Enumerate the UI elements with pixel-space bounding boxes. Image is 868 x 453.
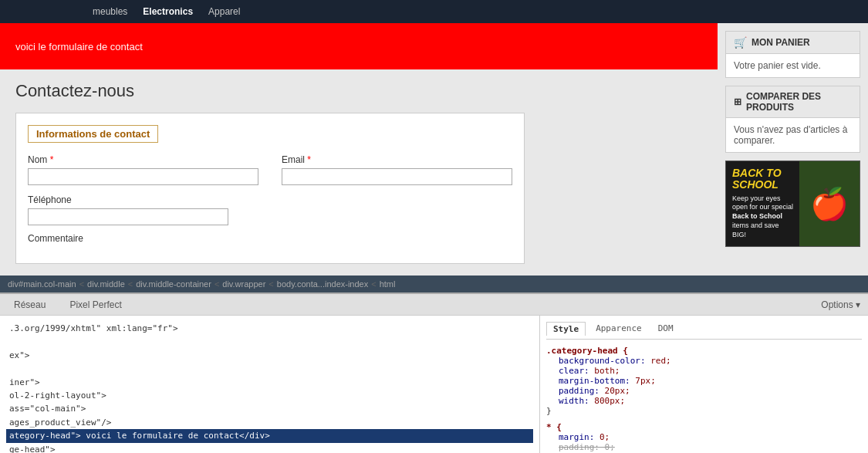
html-line-1	[6, 335, 533, 348]
style-tab-style[interactable]: Style	[546, 322, 586, 336]
style-panel: Style Apparence DOM .category-head { bac…	[540, 316, 868, 453]
css-prop-width: width: 800px;	[546, 396, 862, 406]
compare-icon: ⊞	[734, 96, 741, 107]
bts-right: 🍎	[799, 161, 860, 246]
form-group-email: Email *	[282, 154, 512, 185]
css-prop-clear: clear: both;	[546, 366, 862, 376]
html-line-8[interactable]: ategory-head"> voici le formulaire de co…	[6, 429, 533, 442]
breadcrumb-item-1[interactable]: div.middle	[87, 279, 125, 289]
css-rule-category-head: .category-head { background-color: red; …	[546, 346, 862, 416]
devtools-tab-pixel-perfect[interactable]: Pixel Perfect	[63, 296, 127, 313]
bts-title: BACK TO SCHOOL	[732, 167, 793, 191]
html-line-3	[6, 362, 533, 375]
cart-box: 🛒 MON PANIER Votre panier est vide.	[725, 31, 860, 78]
css-rule-star: * { margin: 0; padding: 0; }	[546, 422, 862, 453]
cart-title: MON PANIER	[751, 37, 810, 48]
html-line-0: .3.org/1999/xhtml" xml:lang="fr">	[6, 322, 533, 335]
red-banner-text: voici le formulaire de contact	[15, 41, 143, 52]
breadcrumb-bar: div#main.col-main < div.middle < div.mid…	[0, 276, 868, 292]
css-selector-0: .category-head {	[546, 346, 628, 356]
center-content: voici le formulaire de contact Contactez…	[0, 23, 718, 276]
nom-required-star: *	[47, 154, 53, 165]
css-brace-close-0: }	[546, 406, 552, 416]
html-line-2: ex">	[6, 349, 533, 362]
nom-input[interactable]	[28, 168, 258, 185]
html-line-5: ol-2-right-layout">	[6, 389, 533, 402]
nav-apparel[interactable]: Apparel	[208, 6, 240, 17]
form-group-nom: Nom *	[28, 154, 258, 185]
html-line-4: iner">	[6, 376, 533, 389]
html-panel: .3.org/1999/xhtml" xml:lang="fr"> ex"> i…	[0, 316, 540, 453]
devtools-panel: Réseau Pixel Perfect Options ▾ .3.org/19…	[0, 292, 868, 453]
compare-box-header: ⊞ COMPARER DES PRODUITS	[726, 86, 860, 118]
breadcrumb-item-4[interactable]: body.conta...index-index	[277, 279, 368, 289]
css-prop-margin: margin: 0;	[546, 432, 862, 442]
right-sidebar: 🛒 MON PANIER Votre panier est vide. ⊞ CO…	[718, 23, 868, 276]
red-banner: voici le formulaire de contact	[0, 23, 718, 69]
style-tab-apparence[interactable]: Apparence	[589, 322, 648, 336]
breadcrumb-sep-0: <	[79, 279, 84, 289]
form-group-commentaire: Commentaire	[28, 233, 512, 244]
top-navigation: meubles Electronics Apparel	[0, 0, 868, 23]
form-group-telephone: Téléphone	[28, 194, 512, 225]
bts-text: Keep your eyes open for our special Back…	[732, 194, 793, 239]
cart-box-header: 🛒 MON PANIER	[726, 32, 860, 54]
compare-title: COMPARER DES PRODUITS	[746, 91, 852, 113]
telephone-input[interactable]	[28, 208, 228, 225]
email-required-star: *	[305, 154, 311, 165]
compare-box: ⊞ COMPARER DES PRODUITS Vous n'avez pas …	[725, 86, 860, 153]
form-legend: Informations de contact	[28, 125, 158, 143]
back-to-school-box: BACK TO SCHOOL Keep your eyes open for o…	[725, 161, 860, 247]
css-selector-1: * {	[546, 422, 562, 432]
breadcrumb-item-2[interactable]: div.middle-container	[136, 279, 211, 289]
bts-image-area: BACK TO SCHOOL Keep your eyes open for o…	[726, 161, 860, 246]
email-input[interactable]	[282, 168, 512, 185]
email-label: Email *	[282, 154, 512, 165]
html-line-9: ge-head">	[6, 443, 533, 453]
css-prop-padding-strikethrough: padding: 0;	[546, 442, 862, 452]
devtools-options-button[interactable]: Options ▾	[821, 299, 860, 310]
form-row-nom-email: Nom * Email *	[28, 154, 512, 185]
html-line-7: ages_product_view"/>	[6, 416, 533, 429]
breadcrumb-sep-2: <	[214, 279, 219, 289]
css-prop-margin-bottom: margin-bottom: 7px;	[546, 376, 862, 386]
breadcrumb-sep-3: <	[269, 279, 273, 289]
bts-left: BACK TO SCHOOL Keep your eyes open for o…	[726, 161, 799, 246]
compare-body: Vous n'avez pas d'articles à comparer.	[726, 118, 860, 152]
nav-meubles[interactable]: meubles	[93, 6, 127, 17]
breadcrumb-item-3[interactable]: div.wrapper	[222, 279, 265, 289]
nom-label: Nom *	[28, 154, 258, 165]
devtools-tab-reseau[interactable]: Réseau	[8, 296, 52, 313]
devtools-tabs-bar: Réseau Pixel Perfect Options ▾	[0, 294, 868, 316]
css-prop-bg: background-color: red;	[546, 356, 862, 366]
page-title: Contactez-nous	[15, 81, 702, 101]
cart-body: Votre panier est vide.	[726, 54, 860, 77]
breadcrumb-item-5[interactable]: html	[380, 279, 396, 289]
css-prop-padding: padding: 20px;	[546, 386, 862, 396]
main-wrapper: voici le formulaire de contact Contactez…	[0, 23, 868, 276]
nav-electronics[interactable]: Electronics	[143, 6, 193, 17]
html-line-6: ass="col-main">	[6, 402, 533, 415]
contact-form-section: Informations de contact Nom * Email *	[15, 113, 525, 264]
breadcrumb-sep-4: <	[371, 279, 376, 289]
telephone-label: Téléphone	[28, 194, 512, 205]
commentaire-label: Commentaire	[28, 233, 512, 244]
style-tab-dom[interactable]: DOM	[652, 322, 680, 336]
style-tabs-bar: Style Apparence DOM	[546, 322, 862, 340]
devtools-body: .3.org/1999/xhtml" xml:lang="fr"> ex"> i…	[0, 316, 868, 453]
contact-area: Contactez-nous Informations de contact N…	[0, 69, 718, 276]
breadcrumb-item-0[interactable]: div#main.col-main	[8, 279, 76, 289]
cart-icon: 🛒	[734, 36, 747, 49]
breadcrumb-sep-1: <	[128, 279, 133, 289]
apple-icon: 🍎	[810, 186, 849, 222]
